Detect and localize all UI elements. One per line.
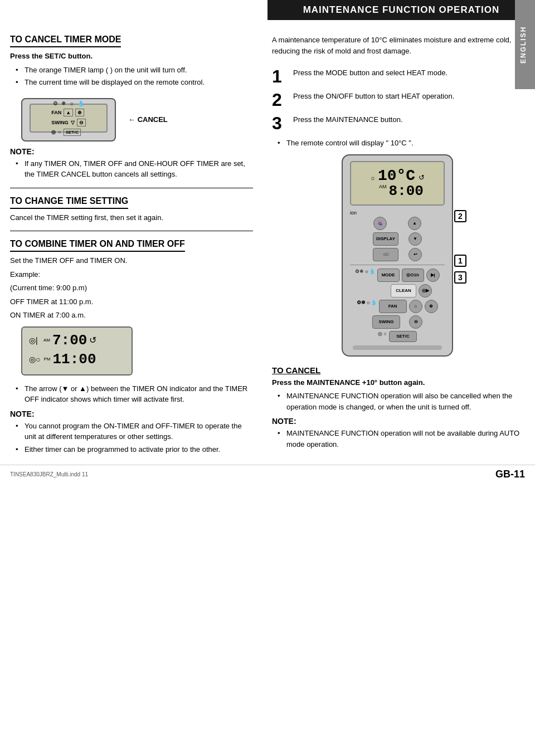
remote-small-diagram: ⚙ ❄ ☼ 💧 FAN ▲ ⊕ SWING [10,92,253,147]
example-label: Example: [10,269,253,280]
plus-btn-large[interactable]: ⊕ [425,300,438,313]
multi-icon-group: ⚙❄☼💧 [355,269,374,282]
circle-icon: ○ [58,129,61,135]
note-bullet: If any TIMER ON, TIMER OFF and ONE-HOUR … [16,158,253,180]
ion-btn[interactable]: 🍇 [373,217,387,230]
ion-label: ion [350,210,357,216]
example-off: OFF TIMER at 11:00 p.m. [10,296,253,308]
note2-bullet-1: You cannot program the ON-TIMER and OFF-… [16,421,253,442]
remote-row-swing: SWING ⊖ [372,315,422,329]
step-number-1: 1 [272,67,289,85]
maintenance-header: MAINTENANCE FUNCTION OPERATION [268,0,535,20]
timer-off-icon: ◎○ [29,355,40,364]
settings-icons: ⚙❄☼💧 [355,269,374,274]
fan-icons-group: ⚙❄☼💧 [357,300,376,313]
mode-btn[interactable]: MODE [377,269,400,282]
timer-on-time: 7:00 [52,332,87,349]
note-label-2: NOTE: [10,409,253,418]
setc-btn[interactable]: SET/C [389,331,417,342]
remote-badge-wrap: ☼ 10°C ↺ AM 8:00 ion [342,154,453,357]
cancel-timer-section: TO CANCEL TIMER MODE Press the SET/C but… [10,35,253,180]
remote-bottom-bar [353,345,442,350]
note-label-1: NOTE: [10,147,253,156]
timer-1h-btn[interactable]: ◎O1h [402,269,424,282]
step-number-3: 3 [272,114,289,132]
clean-btn[interactable]: CLEAN [391,284,416,297]
remote-large: ☼ 10°C ↺ AM 8:00 ion [342,154,453,357]
remote-row-3: ○□ ↩ [373,248,422,261]
bullet-item: The orange TIMER lamp ( ) on the unit wi… [16,65,253,76]
step-content-1: Press the MODE button and select HEAT mo… [293,67,523,79]
swing-icon: ▽ [71,120,75,125]
to-cancel-note-bullets: MAINTENANCE FUNCTION operation will not … [272,428,523,450]
to-cancel-bullets: MAINTENANCE FUNCTION operation will also… [272,391,523,412]
scroll-icon-on: ↺ [89,335,96,345]
timer-off-time: 11:00 [52,351,96,368]
to-cancel-bullet: MAINTENANCE FUNCTION operation will also… [278,391,523,412]
remote-screen-am: AM [379,184,387,189]
circle-arr-right[interactable]: ◎▶ [419,284,432,297]
sun-icon-large: ☼ [370,174,376,181]
minus-btn-large[interactable]: ⊖ [409,315,422,329]
to-cancel-note-bullet: MAINTENANCE FUNCTION operation will not … [278,428,523,450]
fan-label-remote: FAN [51,110,61,115]
timer-icon-remote: ◎ [51,129,56,135]
fan-up-btn: ▲ [64,109,73,116]
english-side-label: ENGLISH [515,0,535,89]
right-column: A maintenance temperature of 10°C elimin… [266,35,523,459]
arrow-note-item: The arrow (▼ or ▲) between the TIMER ON … [16,383,253,405]
arr-down-btn[interactable]: ▼ [408,232,422,246]
timer-off-row: ◎○ PM 11:00 [29,351,125,368]
cancel-timer-step1: Press the SET/C button. [10,51,253,62]
combine-timer-subtitle: Set the TIMER OFF and TIMER ON. [10,255,253,266]
home-btn[interactable]: ⌂ [409,300,422,313]
to-cancel-subtitle: Press the MAINTENANCE +10° button again. [272,377,523,388]
cancel-note-bullets: If any TIMER ON, TIMER OFF and ONE-HOUR … [10,158,253,180]
change-time-title: TO CHANGE TIME SETTING [10,196,128,209]
arr-up-btn[interactable]: ▲ [408,217,421,230]
remote-large-wrapper: ☼ 10°C ↺ AM 8:00 ion [272,154,523,357]
step-number-2: 2 [272,91,289,109]
remote-note-list: The remote control will display " 10°C "… [272,138,523,149]
drop-icon: 💧 [77,100,84,106]
fan-btn[interactable]: FAN [379,300,407,313]
timer-display-small: ◎| AM 7:00 ↺ ◎○ PM 11:00 [21,326,133,375]
scroll-icon-large: ↺ [419,173,425,182]
swing-btn[interactable]: SWING [372,315,400,329]
cancel-timer-title: TO CANCEL TIMER MODE [10,35,121,47]
to-cancel-title: TO CANCEL [272,365,523,375]
remote-small-screen: ⚙ ❄ ☼ 💧 FAN ▲ ⊕ SWING [30,104,108,133]
remote-screen-time: 8:00 [389,184,424,198]
footer-file: TINSEA830JBRZ_Multi.indd 11 [10,471,88,477]
note2-bullet-2: Either timer can be programmed to activa… [16,444,253,455]
example-current: (Current time: 9:00 p.m) [10,282,253,294]
remote-screen-temp: 10°C [378,168,415,184]
am-label: AM [43,338,50,343]
pm-label: PM [43,357,50,362]
arr-right-btn[interactable]: ▶| [426,269,440,282]
setc-label-remote: SET/C [64,129,81,136]
cancel-arrow-label: ← CANCEL [128,115,168,124]
symbol-btn[interactable]: ○□ [373,248,398,261]
remote-row-setc: ◎ ○ SET/C [378,331,417,342]
combine-timer-title: TO COMBINE TIMER ON AND TIMER OFF [10,239,185,252]
arrow-note: The arrow (▼ or ▲) between the TIMER ON … [10,383,253,405]
timer-on-icon: ◎| [29,336,40,345]
swing-label-remote: SWING [51,120,69,125]
settings-icon: ⚙ [53,100,58,106]
footer: TINSEA830JBRZ_Multi.indd 11 GB-11 [0,465,535,484]
footer-page: GB-11 [495,469,525,480]
display-btn[interactable]: DISPLAY [373,232,398,246]
badge-3: 3 [454,271,466,284]
remote-note-item: The remote control will display " 10°C "… [278,138,523,149]
remote-row-1: 🍇 ▲ [373,217,421,230]
badge-2: 2 [454,210,466,222]
remote-large-screen: ☼ 10°C ↺ AM 8:00 [350,161,445,206]
remote-small: ⚙ ❄ ☼ 💧 FAN ▲ ⊕ SWING [21,98,116,142]
to-cancel-section: TO CANCEL Press the MAINTENANCE +10° but… [272,365,523,450]
example-on: ON TIMER at 7:00 a.m. [10,310,253,321]
remote-row-mode: ⚙❄☼💧 MODE ◎O1h ▶| [355,269,439,282]
curve-btn[interactable]: ↩ [408,248,422,261]
minus-btn: ⊖ [77,119,86,126]
sun-icon: ☼ [69,100,74,106]
